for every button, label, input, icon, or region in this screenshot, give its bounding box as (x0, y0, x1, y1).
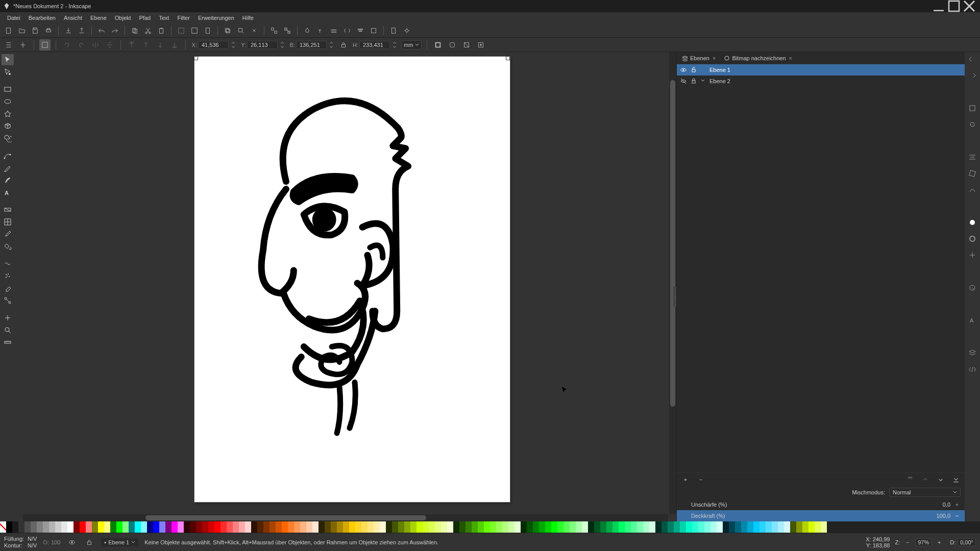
layer-row-2[interactable]: Ebene 2 (677, 76, 965, 87)
document-properties-button[interactable] (388, 25, 399, 36)
color-swatch[interactable] (478, 521, 484, 533)
zoom-in-icon[interactable]: + (934, 537, 945, 548)
scale-corners-button[interactable] (447, 39, 458, 51)
raise-layer-button[interactable] (920, 474, 931, 485)
zoom-tool[interactable] (2, 324, 14, 336)
color-swatch[interactable] (153, 521, 159, 533)
h-input[interactable]: 233,431 (359, 41, 390, 49)
text-tool[interactable]: A (2, 187, 14, 198)
color-swatch[interactable] (680, 521, 686, 533)
raise-layer-top-button[interactable] (904, 474, 916, 485)
color-swatch[interactable] (98, 521, 104, 533)
color-swatch[interactable] (80, 521, 86, 533)
color-swatch[interactable] (533, 521, 539, 533)
color-swatch[interactable] (331, 521, 337, 533)
paste-button[interactable] (156, 25, 167, 36)
color-swatch[interactable] (484, 521, 490, 533)
align-dialog-button[interactable] (355, 25, 366, 36)
close-tab-icon[interactable]: × (713, 55, 716, 61)
color-swatch[interactable] (24, 521, 31, 533)
current-layer-select[interactable]: • Ebene 1 (101, 538, 138, 546)
bezier-tool[interactable] (2, 150, 14, 161)
color-swatch[interactable] (649, 521, 655, 533)
dropper-tool[interactable] (2, 229, 14, 240)
color-swatch[interactable] (539, 521, 545, 533)
dock-rotate-icon[interactable] (967, 119, 978, 130)
color-swatch[interactable] (31, 521, 37, 533)
rotation-control[interactable]: D: 0,00° (950, 538, 976, 546)
color-swatch[interactable] (729, 521, 735, 533)
color-swatch[interactable] (12, 521, 18, 533)
color-swatch[interactable] (502, 521, 508, 533)
menu-pfad[interactable]: Pfad (135, 14, 155, 22)
visibility-toggle-icon[interactable] (66, 537, 78, 548)
move-gradients-button[interactable] (461, 39, 472, 51)
color-swatch[interactable] (698, 521, 704, 533)
color-swatch[interactable] (521, 521, 527, 533)
ellipse-tool[interactable] (2, 96, 14, 107)
color-swatch[interactable] (257, 521, 263, 533)
color-swatch[interactable] (637, 521, 643, 533)
rotation-value[interactable]: 0,00° (958, 538, 976, 546)
hscroll-thumb[interactable] (145, 515, 426, 520)
dock-object-icon[interactable] (967, 103, 978, 113)
color-swatch[interactable] (625, 521, 631, 533)
dock-trace-icon[interactable] (967, 283, 978, 293)
color-swatch[interactable] (723, 521, 729, 533)
group-button[interactable] (268, 25, 280, 36)
fill-stroke-button[interactable] (302, 25, 313, 36)
close-tab-icon[interactable]: × (789, 55, 792, 61)
blend-mode-select[interactable]: Normal (889, 488, 961, 497)
star-tool[interactable] (2, 108, 14, 119)
color-swatch[interactable] (772, 521, 778, 533)
spray-tool[interactable] (2, 270, 14, 282)
color-swatch[interactable] (747, 521, 753, 533)
mesh-tool[interactable] (2, 216, 14, 228)
color-palette[interactable] (0, 521, 980, 533)
lock-toggle-icon[interactable] (84, 537, 95, 548)
visibility-icon[interactable] (680, 78, 687, 85)
menu-bearbeiten[interactable]: Bearbeiten (24, 14, 60, 22)
color-swatch[interactable] (416, 521, 423, 533)
menu-erweiterungen[interactable]: Erweiterungen (194, 14, 238, 22)
dock-redo-icon[interactable] (967, 70, 978, 81)
maximize-button[interactable] (946, 1, 962, 11)
color-swatch[interactable] (545, 521, 551, 533)
color-swatch[interactable] (214, 521, 220, 533)
color-swatch[interactable] (508, 521, 514, 533)
color-swatch[interactable] (392, 521, 398, 533)
color-swatch[interactable] (245, 521, 251, 533)
ungroup-button[interactable] (282, 25, 293, 36)
color-swatch[interactable] (220, 521, 227, 533)
vscroll-thumb[interactable] (670, 80, 675, 407)
paint-bucket-tool[interactable] (2, 241, 14, 252)
layer-name[interactable]: Ebene 1 (709, 67, 730, 73)
color-swatch[interactable] (92, 521, 98, 533)
color-swatch[interactable] (741, 521, 747, 533)
color-swatch[interactable] (276, 521, 282, 533)
color-swatch[interactable] (717, 521, 723, 533)
color-swatch[interactable] (557, 521, 564, 533)
close-button[interactable] (962, 1, 977, 11)
color-swatch[interactable] (631, 521, 637, 533)
dock-align-icon[interactable] (967, 152, 978, 162)
menu-ebene[interactable]: Ebene (86, 14, 111, 22)
color-swatch[interactable] (606, 521, 612, 533)
tab-ebenen[interactable]: Ebenen × (679, 54, 719, 62)
color-swatch[interactable] (196, 521, 202, 533)
color-swatch[interactable] (600, 521, 606, 533)
unit-select[interactable]: mm (401, 40, 422, 49)
swatch-none[interactable] (0, 521, 6, 533)
clone-button[interactable] (235, 25, 247, 36)
color-swatch[interactable] (361, 521, 368, 533)
rotate-cw-button[interactable] (76, 39, 87, 51)
plus-minus-icon[interactable]: − (953, 513, 961, 519)
color-swatch[interactable] (49, 521, 55, 533)
color-swatch[interactable] (251, 521, 257, 533)
dock-swatches-icon[interactable] (967, 250, 978, 260)
color-swatch[interactable] (159, 521, 165, 533)
color-swatch[interactable] (760, 521, 766, 533)
color-swatch[interactable] (343, 521, 349, 533)
color-swatch[interactable] (116, 521, 122, 533)
color-swatch[interactable] (465, 521, 472, 533)
